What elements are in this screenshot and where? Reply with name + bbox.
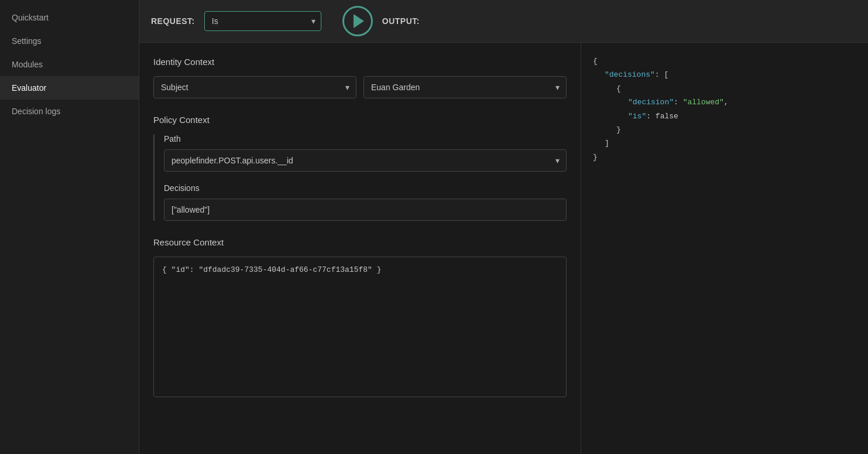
sidebar-item-modules[interactable]: Modules <box>0 53 139 76</box>
policy-inner: Path peoplefinder.POST.api.users.__id De… <box>153 134 567 221</box>
json-line-5: "is": false <box>593 110 856 123</box>
path-label: Path <box>164 134 567 144</box>
output-panel: { "decisions": [ { "decision": "allowed"… <box>581 43 868 454</box>
play-icon <box>354 14 364 28</box>
resource-textarea[interactable]: { "id": "dfdadc39-7335-404d-af66-c77cf13… <box>153 257 567 397</box>
output-label: OUTPUT: <box>382 16 420 26</box>
resource-context-section: Resource Context { "id": "dfdadc39-7335-… <box>153 237 567 399</box>
run-button[interactable] <box>342 6 373 36</box>
path-subsection: Path peoplefinder.POST.api.users.__id <box>164 134 567 172</box>
user-dropdown-wrapper: Euan Garden <box>363 76 567 98</box>
json-line-1: { <box>593 54 856 68</box>
json-line-2: "decisions": [ <box>593 68 856 81</box>
json-line-6: } <box>593 123 856 136</box>
identity-context-section: Identity Context Subject Euan Garden <box>153 57 567 98</box>
subject-dropdown-wrapper: Subject <box>153 76 356 98</box>
policy-context-section: Policy Context Path peoplefinder.POST.ap… <box>153 115 567 221</box>
decisions-input[interactable] <box>164 199 567 221</box>
json-line-4: "decision": "allowed", <box>593 95 856 109</box>
sidebar-item-settings[interactable]: Settings <box>0 29 139 53</box>
subject-select[interactable]: Subject <box>153 76 356 98</box>
path-dropdown-wrapper: peoplefinder.POST.api.users.__id <box>164 149 567 172</box>
json-line-3: { <box>593 82 856 95</box>
decisions-subsection: Decisions <box>164 183 567 221</box>
request-select[interactable]: Is Is not <box>204 11 321 31</box>
topbar: REQUEST: Is Is not OUTPUT: <box>139 0 868 43</box>
json-line-7: ] <box>593 136 856 150</box>
left-panel: Identity Context Subject Euan Garden <box>139 43 581 454</box>
sidebar: Quickstart Settings Modules Evaluator De… <box>0 0 139 454</box>
sidebar-item-quickstart[interactable]: Quickstart <box>0 6 139 29</box>
json-line-8: } <box>593 151 856 164</box>
sidebar-item-decision-logs[interactable]: Decision logs <box>0 100 139 123</box>
user-select[interactable]: Euan Garden <box>363 76 567 98</box>
sidebar-item-evaluator[interactable]: Evaluator <box>0 76 139 100</box>
content-area: Identity Context Subject Euan Garden <box>139 43 868 454</box>
identity-context-title: Identity Context <box>153 57 567 67</box>
request-label: REQUEST: <box>151 16 195 26</box>
policy-context-title: Policy Context <box>153 115 567 125</box>
resource-context-title: Resource Context <box>153 237 567 247</box>
main-area: REQUEST: Is Is not OUTPUT: Identity Cont… <box>139 0 868 454</box>
request-select-wrapper: Is Is not <box>204 11 321 31</box>
identity-row: Subject Euan Garden <box>153 76 567 98</box>
decisions-label: Decisions <box>164 183 567 193</box>
path-select[interactable]: peoplefinder.POST.api.users.__id <box>164 149 567 172</box>
